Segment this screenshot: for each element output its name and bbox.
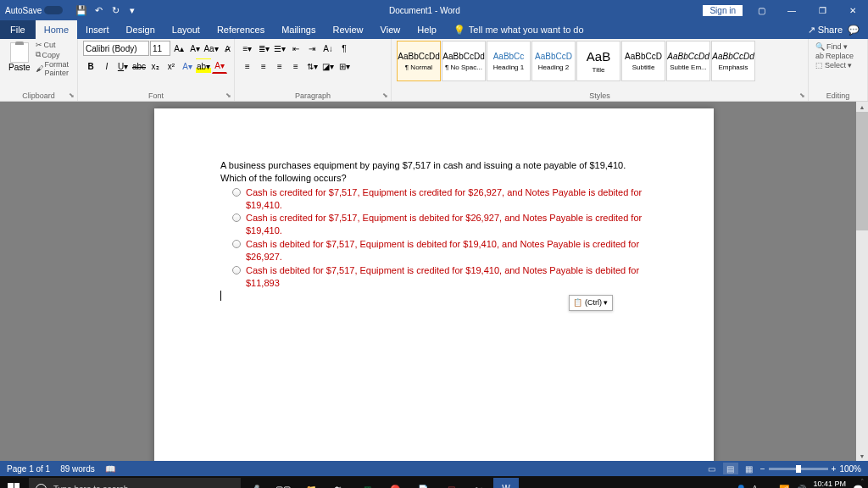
find-button[interactable]: 🔍Find ▾ <box>815 42 860 51</box>
tab-mailings[interactable]: Mailings <box>273 20 324 39</box>
align-left-icon[interactable]: ≡ <box>240 58 255 74</box>
underline-button[interactable]: U▾ <box>115 58 131 74</box>
grow-font-icon[interactable]: A▴ <box>171 41 186 56</box>
bold-button[interactable]: B <box>83 58 98 74</box>
explorer-icon[interactable]: 📁 <box>298 476 325 488</box>
style-subtleem[interactable]: AaBbCcDdSubtle Em... <box>666 41 710 81</box>
chrome-icon[interactable]: 🔴 <box>381 476 409 488</box>
taskbar-clock[interactable]: 10:41 PM2/3/2019 <box>813 480 846 488</box>
zoom-level[interactable]: 100% <box>839 464 861 474</box>
page[interactable]: A business purchases equipment by paying… <box>154 108 714 461</box>
italic-button[interactable]: I <box>99 58 114 74</box>
borders-icon[interactable]: ⊞▾ <box>337 58 352 74</box>
comments-icon[interactable]: 💬 <box>848 25 860 36</box>
store-icon[interactable]: 🛍 <box>326 476 353 488</box>
option[interactable]: Cash is debited for $7,517, Equipment is… <box>232 238 648 263</box>
tray-wifi-icon[interactable]: 📶 <box>779 485 789 489</box>
read-mode-icon[interactable]: ▭ <box>704 463 720 474</box>
clear-format-icon[interactable]: A̷ <box>220 41 235 56</box>
paragraph-launcher-icon[interactable]: ⬊ <box>382 92 388 99</box>
tab-references[interactable]: References <box>209 20 273 39</box>
word-icon[interactable]: W <box>493 478 519 488</box>
increase-indent-icon[interactable]: ⇥ <box>304 41 320 56</box>
zoom-in-icon[interactable]: + <box>832 464 837 474</box>
snip-icon[interactable]: ✂ <box>465 476 492 488</box>
task-view-icon[interactable]: ▢▢ <box>270 476 297 488</box>
style-nospac[interactable]: AaBbCcDd¶ No Spac... <box>442 41 486 81</box>
option[interactable]: Cash is credited for $7,517, Equipment i… <box>232 186 648 212</box>
line-spacing-icon[interactable]: ⇅▾ <box>304 58 320 74</box>
format-painter-button[interactable]: 🖌Format Painter <box>36 60 72 77</box>
spellcheck-icon[interactable]: 📖 <box>105 464 115 474</box>
qat-customize-icon[interactable]: ▾ <box>125 3 139 17</box>
tray-volume-icon[interactable]: 🔊 <box>796 485 806 489</box>
style-heading1[interactable]: AaBbCcHeading 1 <box>487 41 531 81</box>
font-launcher-icon[interactable]: ⬊ <box>225 92 231 99</box>
minimize-icon[interactable]: — <box>780 1 804 19</box>
show-marks-icon[interactable]: ¶ <box>337 41 352 56</box>
multilevel-icon[interactable]: ☰▾ <box>272 41 287 56</box>
collapse-ribbon-icon[interactable]: ˄ <box>860 478 865 486</box>
tab-insert[interactable]: Insert <box>77 20 118 39</box>
scroll-down-icon[interactable]: ▼ <box>856 451 868 461</box>
scroll-thumb[interactable] <box>856 112 868 230</box>
style-normal[interactable]: AaBbCcDd¶ Normal <box>397 41 441 81</box>
tab-help[interactable]: Help <box>409 20 445 39</box>
zoom-out-icon[interactable]: − <box>760 464 765 474</box>
start-button[interactable] <box>0 476 27 488</box>
style-title[interactable]: AaBTitle <box>576 41 620 81</box>
option[interactable]: Cash is credited for $7,517, Equipment i… <box>232 212 648 237</box>
document-area[interactable]: A business purchases equipment by paying… <box>0 102 868 461</box>
question-text[interactable]: A business purchases equipment by paying… <box>220 159 648 185</box>
share-button[interactable]: ↗ Share <box>808 25 843 36</box>
print-layout-icon[interactable]: ▤ <box>723 463 738 474</box>
style-emphasis[interactable]: AaBbCcDdEmphasis <box>711 41 755 81</box>
mic-icon[interactable]: 🎤 <box>241 476 268 488</box>
word-count[interactable]: 89 words <box>60 464 95 474</box>
sort-icon[interactable]: A↓ <box>320 41 336 56</box>
decrease-indent-icon[interactable]: ⇤ <box>288 41 303 56</box>
copy-button[interactable]: ⧉Copy <box>36 50 72 59</box>
autosave-toggle[interactable]: AutoSave <box>0 6 68 15</box>
styles-launcher-icon[interactable]: ⬊ <box>799 92 805 99</box>
signin-button[interactable]: Sign in <box>703 5 743 16</box>
replace-button[interactable]: abReplace <box>815 52 860 60</box>
font-size-select[interactable] <box>150 41 170 56</box>
ribbon-display-icon[interactable]: ▢ <box>749 1 773 19</box>
justify-icon[interactable]: ≡ <box>288 58 303 74</box>
page-indicator[interactable]: Page 1 of 1 <box>7 464 50 474</box>
tab-home[interactable]: Home <box>36 20 77 39</box>
tab-review[interactable]: Review <box>325 20 372 39</box>
strike-button[interactable]: abc <box>131 58 147 74</box>
clipboard-launcher-icon[interactable]: ⬊ <box>69 92 75 99</box>
shading-icon[interactable]: ◪▾ <box>320 58 336 74</box>
redo-icon[interactable]: ↻ <box>108 3 122 17</box>
change-case-icon[interactable]: Aa▾ <box>203 41 219 56</box>
save-icon[interactable]: 💾 <box>75 3 88 17</box>
scroll-up-icon[interactable]: ▲ <box>856 102 868 112</box>
vertical-scrollbar[interactable]: ▲ ▼ <box>856 102 868 461</box>
zoom-slider[interactable] <box>769 468 828 470</box>
tab-file[interactable]: File <box>0 20 36 39</box>
font-color-icon[interactable]: A▾ <box>212 58 227 74</box>
style-subtitle[interactable]: AaBbCcDSubtitle <box>621 41 665 81</box>
superscript-button[interactable]: x² <box>164 58 179 74</box>
align-right-icon[interactable]: ≡ <box>272 58 287 74</box>
doc-icon[interactable]: 📄 <box>409 476 437 488</box>
close-icon[interactable]: ✕ <box>841 1 865 19</box>
select-button[interactable]: ⬚Select ▾ <box>815 61 860 69</box>
access-icon[interactable]: ▤ <box>437 476 465 488</box>
subscript-button[interactable]: x₂ <box>147 58 163 74</box>
text-effects-icon[interactable]: A▾ <box>180 58 195 74</box>
excel-icon[interactable]: ▦ <box>353 476 381 488</box>
tray-people-icon[interactable]: 👤 <box>736 485 746 489</box>
tell-me-search[interactable]: 💡Tell me what you want to do <box>445 20 593 39</box>
style-heading2[interactable]: AaBbCcDHeading 2 <box>531 41 576 81</box>
bullets-icon[interactable]: ≡▾ <box>240 41 255 56</box>
cut-button[interactable]: ✂Cut <box>36 41 72 49</box>
highlight-icon[interactable]: ab▾ <box>196 58 211 74</box>
maximize-icon[interactable]: ❐ <box>810 1 834 19</box>
shrink-font-icon[interactable]: A▾ <box>187 41 203 56</box>
undo-icon[interactable]: ↶ <box>92 3 105 17</box>
paste-options-button[interactable]: 📋(Ctrl) ▾ <box>569 295 613 310</box>
